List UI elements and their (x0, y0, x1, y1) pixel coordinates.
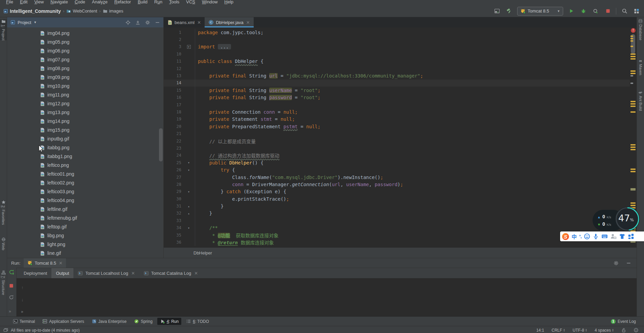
scroll-down-icon[interactable]: ↓ (21, 297, 24, 302)
tree-item[interactable]: img10.png (7, 82, 163, 90)
hide-panel-icon[interactable] (626, 261, 631, 266)
fold-up-icon[interactable]: ▴ (183, 202, 195, 209)
theme-face-icon[interactable] (634, 328, 639, 333)
menu-build[interactable]: Build (134, 0, 151, 5)
menu-file[interactable]: File (3, 0, 17, 5)
run-tab-tomcat-localhost-log[interactable]: Tomcat Localhost Log✕ (73, 268, 139, 278)
project-structure-icon[interactable] (632, 7, 641, 15)
indent-widget[interactable]: 4 spaces▲▼ (595, 328, 614, 333)
fold-down-icon[interactable]: ▾ (183, 224, 195, 231)
tree-item[interactable]: img15.png (7, 126, 163, 134)
stripe-button-maven[interactable]: mMaven (637, 59, 644, 75)
hide-panel-icon[interactable] (155, 20, 160, 25)
stripe-button-2-favorites[interactable]: 2: Favorites (0, 200, 7, 225)
editor-breadcrumb[interactable]: DbHelper (193, 250, 212, 256)
run-tab-deployment[interactable]: Deployment (19, 268, 51, 278)
project-scrollbar[interactable] (159, 128, 163, 161)
breadcrumb-item[interactable]: images (103, 8, 123, 14)
hidden-actions-icon[interactable]: » (21, 309, 23, 314)
tree-item[interactable]: itabbg1.png (7, 152, 163, 161)
caret-position-widget[interactable]: 14:1 (536, 328, 544, 333)
menu-window[interactable]: Window (199, 0, 221, 5)
menu-run[interactable]: Run (151, 0, 166, 5)
virtual-keyboard-icon[interactable] (601, 233, 608, 240)
fold-down-icon[interactable]: ▾ (183, 159, 195, 166)
tree-item[interactable]: itabbg.png (7, 143, 163, 152)
editor-tab-dbhelper-java[interactable]: CDbHelper.java✕ (205, 17, 254, 27)
run-tab-tomcat-catalina-log[interactable]: Tomcat Catalina Log✕ (139, 268, 202, 278)
tree-item[interactable]: libg.png (7, 231, 163, 240)
console-output[interactable]: ↑ ↓ » (17, 278, 637, 316)
menu-tools[interactable]: Tools (166, 0, 183, 5)
stripe-button-1-project[interactable]: 1: Project (0, 19, 7, 40)
run-config-tab[interactable]: Tomcat 8.5 ✕ (24, 258, 66, 268)
tree-item[interactable]: line.gif (7, 249, 163, 258)
menu-vcs[interactable]: VCS (183, 0, 199, 5)
menu-refactor[interactable]: Refactor (111, 0, 134, 5)
tree-item[interactable]: light.png (7, 240, 163, 249)
usage-percent-widget[interactable]: 47% (615, 205, 642, 232)
line-separator-widget[interactable]: CRLF▲▼ (552, 328, 565, 333)
sogou-logo-icon[interactable]: S (562, 233, 569, 240)
skin-icon[interactable] (619, 233, 625, 240)
tree-item[interactable]: img13.png (7, 108, 163, 117)
menu-analyze[interactable]: Analyze (89, 0, 111, 5)
error-indicator-badge[interactable]: ! (631, 28, 636, 33)
toolwindow-button-4-run[interactable]: 4: Run (157, 318, 181, 325)
toolwindow-button-java-enterprise[interactable]: Java Enterprise (89, 318, 129, 325)
editor-tab-beans-xml[interactable]: beans.xml✕ (164, 17, 205, 27)
run-tab-output[interactable]: Output (51, 268, 73, 278)
search-everywhere-icon[interactable] (620, 7, 628, 15)
hidden-actions-icon[interactable]: » (9, 309, 11, 314)
close-icon[interactable]: ✕ (131, 271, 135, 276)
build-project-icon[interactable] (505, 7, 513, 15)
tree-item[interactable]: leftico03.png (7, 187, 163, 196)
breadcrumb-item[interactable]: Intelligent_Community (3, 8, 61, 14)
toolwindow-layout-icon[interactable] (493, 7, 501, 15)
tree-item[interactable]: leftico.png (7, 161, 163, 170)
menu-code[interactable]: Code (71, 0, 89, 5)
chevron-down-icon[interactable]: ▼ (33, 21, 37, 24)
tree-item[interactable]: img05.png (7, 38, 163, 46)
tree-item[interactable]: img04.png (7, 29, 163, 38)
tree-item[interactable]: leftico02.png (7, 178, 163, 187)
restart-server-button[interactable] (9, 295, 14, 300)
tree-item[interactable]: lefttop.gif (7, 222, 163, 231)
close-icon[interactable]: ✕ (246, 20, 250, 25)
run-button[interactable] (567, 7, 575, 15)
gear-icon[interactable] (145, 20, 150, 25)
microphone-icon[interactable] (593, 233, 599, 240)
menu-view[interactable]: View (31, 0, 47, 5)
breadcrumb-item[interactable]: WebContent (66, 8, 97, 14)
run-with-coverage-button[interactable] (592, 7, 600, 15)
stripe-button-ant-build[interactable]: Ant Build (637, 90, 644, 111)
tree-item[interactable]: img07.png (7, 55, 163, 64)
tree-item[interactable]: inputbg.gif (7, 134, 163, 143)
stripe-button-7-structure[interactable]: 7: Structure (0, 270, 7, 295)
close-icon[interactable]: ✕ (197, 20, 201, 25)
close-icon[interactable]: ✕ (194, 271, 198, 276)
gear-icon[interactable] (614, 261, 619, 266)
tree-item[interactable]: leftico04.png (7, 196, 163, 205)
account-icon[interactable]: 11 (610, 233, 617, 240)
locate-file-icon[interactable] (125, 20, 131, 25)
tree-item[interactable]: leftico01.png (7, 170, 163, 178)
tree-item[interactable]: img08.png (7, 64, 163, 73)
debug-button[interactable] (579, 7, 588, 15)
menu-navigate[interactable]: Navigate (47, 0, 71, 5)
fold-down-icon[interactable]: ▾ (183, 166, 195, 173)
stripe-button-database[interactable]: Database (637, 19, 644, 40)
code-editor[interactable]: 1package com.jypc.tools;23+import ...101… (164, 27, 637, 247)
punctuation-icon[interactable]: °, (579, 234, 581, 239)
editor-scrollbar[interactable] (631, 34, 635, 54)
emoji-icon[interactable] (584, 233, 590, 240)
collapse-all-icon[interactable] (135, 20, 140, 25)
stop-button[interactable] (9, 283, 14, 288)
event-log-button[interactable]: Event Log (618, 319, 636, 324)
tool-window-switcher-icon[interactable] (3, 328, 8, 333)
stripe-button-web[interactable]: Web (0, 237, 7, 250)
tree-item[interactable]: img06.png (7, 46, 163, 55)
tree-item[interactable]: img14.png (7, 117, 163, 126)
fold-expand-icon[interactable]: + (187, 45, 191, 49)
toolwindow-button-terminal[interactable]: Terminal (10, 318, 38, 325)
